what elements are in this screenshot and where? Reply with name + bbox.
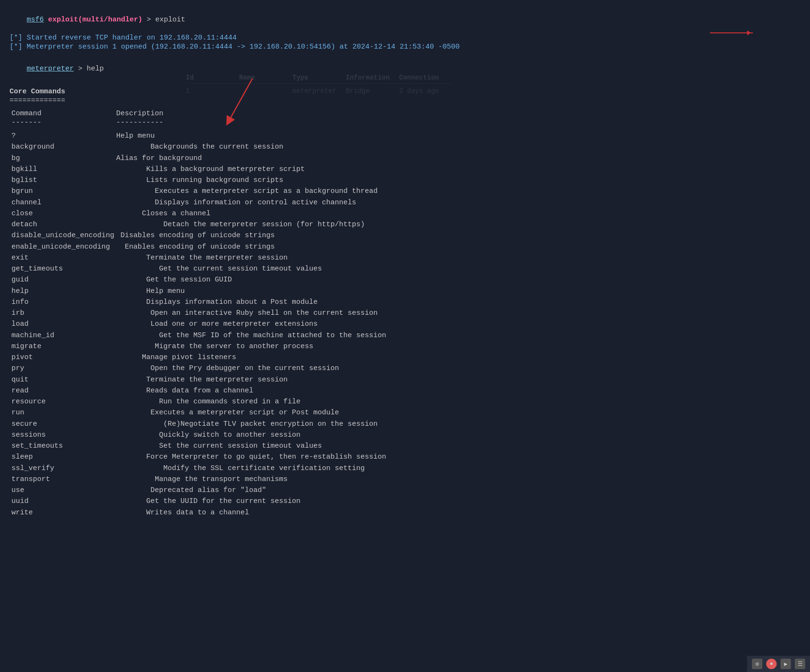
table-row: resource Run the commands stored in a fi… — [11, 396, 800, 407]
cmd-name-irb: irb — [11, 308, 116, 319]
cmd-name-sessions: sessions — [11, 430, 116, 441]
cmd-name-help: help — [11, 286, 116, 297]
table-row: bgrun Executes a meterpreter script as a… — [11, 186, 800, 197]
table-row: ? Help menu — [11, 130, 800, 141]
cmd-desc-quit: Terminate the meterpreter session — [116, 374, 288, 385]
table-header-description: Description — [116, 110, 163, 118]
table-row: exit Terminate the meterpreter session — [11, 252, 800, 263]
cmd-desc-get-timeouts: Get the current session timeout values — [116, 263, 322, 274]
cmd-name-transport: transport — [11, 474, 116, 485]
cmd-name-resource: resource — [11, 396, 116, 407]
cmd-desc-secure: (Re)Negotiate TLV packet encryption on t… — [116, 419, 378, 430]
table-row: bg Alias for background — [11, 153, 800, 164]
taskbar-icon-1[interactable]: ⚙ — [752, 659, 762, 669]
cmd-name-use: use — [11, 485, 116, 496]
cmd-desc-bglist: Lists running background scripts — [116, 175, 283, 186]
cmd-name-get-timeouts: get_timeouts — [11, 263, 116, 274]
cmd-desc-resource: Run the commands stored in a file — [116, 396, 300, 407]
cmd-desc-transport: Manage the transport mechanisms — [116, 474, 288, 485]
table-row: sessions Quickly switch to another sessi… — [11, 430, 800, 441]
cmd-desc-bgkill: Kills a background meterpreter script — [116, 164, 305, 175]
cmd-desc-load: Load one or more meterpreter extensions — [116, 319, 318, 330]
cmd-desc-ssl-verify: Modify the SSL certificate verification … — [116, 463, 365, 474]
cmd-name-pry: pry — [11, 363, 116, 374]
cmd-name-load: load — [11, 319, 116, 330]
taskbar: ⚙ ● ▶ ☰ — [747, 656, 810, 672]
table-row: guid Get the session GUID — [11, 274, 800, 285]
cmd-name-question: ? — [11, 130, 116, 141]
cmd-name-bgrun: bgrun — [11, 186, 116, 197]
table-row: migrate Migrate the server to another pr… — [11, 341, 800, 352]
table-header-command: Command — [11, 110, 116, 118]
table-row: help Help menu — [11, 286, 800, 297]
cmd-name-bg: bg — [11, 153, 116, 164]
table-row: run Executes a meterpreter script or Pos… — [11, 407, 800, 418]
cmd-desc-use: Deprecated alias for "load" — [116, 485, 266, 496]
cmd-desc-uuid: Get the UUID for the current session — [116, 496, 300, 507]
table-row: enable_unicode_encoding Enables encoding… — [11, 241, 800, 252]
table-row: bglist Lists running background scripts — [11, 175, 800, 186]
cmd-desc-run: Executes a meterpreter script or Post mo… — [116, 407, 339, 418]
cmd-desc-read: Reads data from a channel — [116, 385, 253, 396]
cmd-name-guid: guid — [11, 274, 116, 285]
arrow-line — [710, 32, 753, 33]
info-line-1: [*] Started reverse TCP handler on 192.1… — [10, 34, 800, 42]
cmd-name-bgkill: bgkill — [11, 164, 116, 175]
cmd-name-migrate: migrate — [11, 341, 116, 352]
cmd-name-pivot: pivot — [11, 352, 116, 363]
taskbar-icon-4[interactable]: ☰ — [795, 659, 805, 669]
cmd-desc-bgrun: Executes a meterpreter script as a backg… — [116, 186, 378, 197]
table-row: ssl_verify Modify the SSL certificate ve… — [11, 463, 800, 474]
table-row: set_timeouts Set the current session tim… — [11, 441, 800, 451]
cmd-name-exit: exit — [11, 252, 116, 263]
cmd-name-set-timeouts: set_timeouts — [11, 441, 116, 451]
cmd-desc-info: Displays information about a Post module — [116, 297, 318, 308]
table-row: quit Terminate the meterpreter session — [11, 374, 800, 385]
cmd-desc-set-timeouts: Set the current session timeout values — [116, 441, 322, 451]
taskbar-icon-3[interactable]: ▶ — [780, 659, 791, 669]
table-row: write Writes data to a channel — [11, 507, 800, 518]
cmd-name-info: info — [11, 297, 116, 308]
cmd-name-enable-unicode: enable_unicode_encoding — [11, 241, 116, 252]
command-table: ? Help menu background Backgrounds the c… — [10, 130, 800, 518]
initial-prompt-line: msf6 exploit(multi/handler) > exploit — [10, 8, 800, 32]
arrow-annotation — [710, 32, 753, 33]
cmd-name-secure: secure — [11, 419, 116, 430]
cmd-name-detach: detach — [11, 219, 116, 230]
table-row: background Backgrounds the current sessi… — [11, 141, 800, 152]
table-row: secure (Re)Negotiate TLV packet encrypti… — [11, 419, 800, 430]
table-row: use Deprecated alias for "load" — [11, 485, 800, 496]
msf-name[interactable]: msf6 — [27, 16, 44, 24]
cmd-name-machine-id: machine_id — [11, 330, 116, 341]
initial-command: exploit — [155, 16, 185, 24]
prompt-space — [44, 16, 48, 24]
cmd-desc-write: Writes data to a channel — [116, 507, 249, 518]
cmd-name-sleep: sleep — [11, 451, 116, 462]
table-row: info Displays information about a Post m… — [11, 297, 800, 308]
meterpreter-name[interactable]: meterpreter — [27, 65, 74, 73]
cmd-name-run: run — [11, 407, 116, 418]
cmd-name-bglist: bglist — [11, 175, 116, 186]
cmd-desc-irb: Open an interactive Ruby shell on the cu… — [116, 308, 378, 319]
cmd-desc-migrate: Migrate the server to another process — [116, 341, 313, 352]
table-row: sleep Force Meterpreter to go quiet, the… — [11, 451, 800, 462]
cmd-desc-channel: Displays information or control active c… — [116, 197, 356, 208]
taskbar-icon-2[interactable]: ● — [766, 659, 777, 669]
table-row: uuid Get the UUID for the current sessio… — [11, 496, 800, 507]
cmd-name-uuid: uuid — [11, 496, 116, 507]
cmd-desc-exit: Terminate the meterpreter session — [116, 252, 288, 263]
exploit-part: exploit(multi/handler) — [48, 16, 142, 24]
table-row: detach Detach the meterpreter session (f… — [11, 219, 800, 230]
meterpreter-prompt-line: meterpreter > help — [10, 57, 800, 81]
cmd-desc-detach: Detach the meterpreter session (for http… — [116, 219, 365, 230]
cmd-name-background: background — [11, 141, 116, 152]
section-underline: ============= — [10, 97, 800, 105]
cmd-name-quit: quit — [11, 374, 116, 385]
cmd-name-ssl-verify: ssl_verify — [11, 463, 116, 474]
table-divider-description: ----------- — [116, 119, 163, 127]
table-divider-command: ------- — [11, 119, 116, 127]
terminal-window: msf6 exploit(multi/handler) > exploit [*… — [10, 8, 800, 518]
table-row: channel Displays information or control … — [11, 197, 800, 208]
cmd-name-write: write — [11, 507, 116, 518]
cmd-desc-disable-unicode: Disables encoding of unicode strings — [116, 230, 275, 241]
